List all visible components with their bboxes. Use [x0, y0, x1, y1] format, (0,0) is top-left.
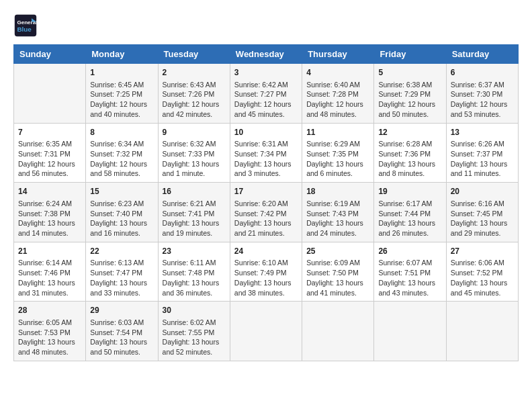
day-number: 12: [378, 127, 441, 138]
day-number: 9: [163, 127, 226, 138]
column-header-monday: Monday: [86, 45, 158, 64]
calendar-cell: 28Sunrise: 6:05 AM Sunset: 7:53 PM Dayli…: [14, 302, 86, 361]
calendar-cell: 16Sunrise: 6:21 AM Sunset: 7:41 PM Dayli…: [158, 183, 230, 242]
day-info: Sunrise: 6:06 AM Sunset: 7:52 PM Dayligh…: [451, 258, 514, 298]
day-number: 18: [306, 186, 369, 197]
calendar-cell: [374, 302, 446, 361]
calendar-cell: 15Sunrise: 6:23 AM Sunset: 7:40 PM Dayli…: [86, 183, 158, 242]
day-info: Sunrise: 6:05 AM Sunset: 7:53 PM Dayligh…: [18, 318, 81, 357]
day-info: Sunrise: 6:34 AM Sunset: 7:32 PM Dayligh…: [90, 139, 153, 179]
day-number: 30: [163, 305, 226, 316]
day-info: Sunrise: 6:11 AM Sunset: 7:48 PM Dayligh…: [163, 258, 226, 298]
calendar-cell: 19Sunrise: 6:17 AM Sunset: 7:44 PM Dayli…: [374, 183, 446, 242]
calendar-cell: 29Sunrise: 6:03 AM Sunset: 7:54 PM Dayli…: [86, 302, 158, 361]
calendar-header: SundayMondayTuesdayWednesdayThursdayFrid…: [14, 45, 519, 64]
day-number: 7: [18, 127, 81, 138]
calendar-cell: 18Sunrise: 6:19 AM Sunset: 7:43 PM Dayli…: [302, 183, 374, 242]
week-row-2: 7Sunrise: 6:35 AM Sunset: 7:31 PM Daylig…: [14, 123, 519, 183]
day-info: Sunrise: 6:07 AM Sunset: 7:51 PM Dayligh…: [378, 258, 441, 298]
calendar-cell: 17Sunrise: 6:20 AM Sunset: 7:42 PM Dayli…: [230, 183, 302, 242]
day-info: Sunrise: 6:24 AM Sunset: 7:38 PM Dayligh…: [18, 199, 81, 238]
day-info: Sunrise: 6:21 AM Sunset: 7:41 PM Dayligh…: [163, 199, 226, 238]
week-row-5: 28Sunrise: 6:05 AM Sunset: 7:53 PM Dayli…: [14, 302, 519, 361]
day-number: 6: [451, 67, 514, 79]
calendar-cell: 22Sunrise: 6:13 AM Sunset: 7:47 PM Dayli…: [86, 242, 158, 302]
column-header-friday: Friday: [374, 45, 446, 64]
day-number: 11: [306, 127, 369, 138]
day-info: Sunrise: 6:37 AM Sunset: 7:30 PM Dayligh…: [451, 80, 514, 120]
day-number: 14: [18, 186, 81, 197]
calendar-cell: 14Sunrise: 6:24 AM Sunset: 7:38 PM Dayli…: [14, 183, 86, 242]
day-number: 5: [378, 67, 441, 79]
day-number: 19: [378, 186, 441, 197]
calendar-cell: 7Sunrise: 6:35 AM Sunset: 7:31 PM Daylig…: [14, 123, 86, 183]
calendar-cell: 5Sunrise: 6:38 AM Sunset: 7:29 PM Daylig…: [374, 64, 446, 124]
calendar-cell: 1Sunrise: 6:45 AM Sunset: 7:25 PM Daylig…: [86, 64, 158, 124]
week-row-4: 21Sunrise: 6:14 AM Sunset: 7:46 PM Dayli…: [14, 242, 519, 302]
day-info: Sunrise: 6:09 AM Sunset: 7:50 PM Dayligh…: [306, 258, 369, 298]
day-info: Sunrise: 6:45 AM Sunset: 7:25 PM Dayligh…: [90, 80, 153, 120]
calendar-cell: 8Sunrise: 6:34 AM Sunset: 7:32 PM Daylig…: [86, 123, 158, 183]
calendar-cell: 30Sunrise: 6:02 AM Sunset: 7:55 PM Dayli…: [158, 302, 230, 361]
day-number: 4: [306, 67, 369, 79]
calendar-cell: 21Sunrise: 6:14 AM Sunset: 7:46 PM Dayli…: [14, 242, 86, 302]
day-info: Sunrise: 6:35 AM Sunset: 7:31 PM Dayligh…: [18, 139, 81, 179]
calendar-cell: 6Sunrise: 6:37 AM Sunset: 7:30 PM Daylig…: [446, 64, 518, 124]
day-number: 26: [378, 246, 441, 257]
page-header: General Blue: [13, 13, 519, 38]
day-number: 24: [234, 246, 298, 257]
calendar-cell: 25Sunrise: 6:09 AM Sunset: 7:50 PM Dayli…: [302, 242, 374, 302]
day-info: Sunrise: 6:03 AM Sunset: 7:54 PM Dayligh…: [90, 318, 153, 357]
column-header-wednesday: Wednesday: [230, 45, 302, 64]
day-number: 13: [451, 127, 514, 138]
day-number: 22: [90, 246, 153, 257]
day-number: 3: [234, 67, 298, 79]
day-info: Sunrise: 6:13 AM Sunset: 7:47 PM Dayligh…: [90, 258, 153, 298]
calendar-cell: [230, 302, 302, 361]
day-number: 27: [451, 246, 514, 257]
calendar-cell: [446, 302, 518, 361]
day-number: 28: [18, 305, 81, 316]
header-row: SundayMondayTuesdayWednesdayThursdayFrid…: [14, 45, 519, 64]
day-info: Sunrise: 6:38 AM Sunset: 7:29 PM Dayligh…: [378, 80, 441, 120]
column-header-tuesday: Tuesday: [158, 45, 230, 64]
column-header-thursday: Thursday: [302, 45, 374, 64]
day-info: Sunrise: 6:31 AM Sunset: 7:34 PM Dayligh…: [234, 139, 298, 179]
calendar-cell: [14, 64, 86, 124]
calendar-cell: 13Sunrise: 6:26 AM Sunset: 7:37 PM Dayli…: [446, 123, 518, 183]
calendar-table: SundayMondayTuesdayWednesdayThursdayFrid…: [13, 44, 519, 361]
calendar-cell: 2Sunrise: 6:43 AM Sunset: 7:26 PM Daylig…: [158, 64, 230, 124]
day-info: Sunrise: 6:02 AM Sunset: 7:55 PM Dayligh…: [163, 318, 226, 357]
calendar-cell: 23Sunrise: 6:11 AM Sunset: 7:48 PM Dayli…: [158, 242, 230, 302]
day-info: Sunrise: 6:10 AM Sunset: 7:49 PM Dayligh…: [234, 258, 298, 298]
calendar-cell: 27Sunrise: 6:06 AM Sunset: 7:52 PM Dayli…: [446, 242, 518, 302]
day-info: Sunrise: 6:14 AM Sunset: 7:46 PM Dayligh…: [18, 258, 81, 298]
calendar-cell: 3Sunrise: 6:42 AM Sunset: 7:27 PM Daylig…: [230, 64, 302, 124]
day-info: Sunrise: 6:43 AM Sunset: 7:26 PM Dayligh…: [163, 80, 226, 120]
day-number: 15: [90, 186, 153, 197]
calendar-cell: [302, 302, 374, 361]
day-number: 20: [451, 186, 514, 197]
column-header-sunday: Sunday: [14, 45, 86, 64]
day-number: 2: [163, 67, 226, 79]
calendar-cell: 11Sunrise: 6:29 AM Sunset: 7:35 PM Dayli…: [302, 123, 374, 183]
calendar-cell: 20Sunrise: 6:16 AM Sunset: 7:45 PM Dayli…: [446, 183, 518, 242]
day-number: 16: [163, 186, 226, 197]
calendar-cell: 26Sunrise: 6:07 AM Sunset: 7:51 PM Dayli…: [374, 242, 446, 302]
day-number: 1: [90, 67, 153, 79]
day-info: Sunrise: 6:19 AM Sunset: 7:43 PM Dayligh…: [306, 199, 369, 238]
week-row-1: 1Sunrise: 6:45 AM Sunset: 7:25 PM Daylig…: [14, 64, 519, 124]
calendar-cell: 10Sunrise: 6:31 AM Sunset: 7:34 PM Dayli…: [230, 123, 302, 183]
week-row-3: 14Sunrise: 6:24 AM Sunset: 7:38 PM Dayli…: [14, 183, 519, 242]
calendar-cell: 9Sunrise: 6:32 AM Sunset: 7:33 PM Daylig…: [158, 123, 230, 183]
day-info: Sunrise: 6:23 AM Sunset: 7:40 PM Dayligh…: [90, 199, 153, 238]
calendar-cell: 4Sunrise: 6:40 AM Sunset: 7:28 PM Daylig…: [302, 64, 374, 124]
day-number: 23: [163, 246, 226, 257]
day-info: Sunrise: 6:42 AM Sunset: 7:27 PM Dayligh…: [234, 80, 298, 120]
calendar-body: 1Sunrise: 6:45 AM Sunset: 7:25 PM Daylig…: [14, 64, 519, 361]
day-info: Sunrise: 6:26 AM Sunset: 7:37 PM Dayligh…: [451, 139, 514, 179]
day-info: Sunrise: 6:16 AM Sunset: 7:45 PM Dayligh…: [451, 199, 514, 238]
calendar-cell: 24Sunrise: 6:10 AM Sunset: 7:49 PM Dayli…: [230, 242, 302, 302]
day-info: Sunrise: 6:40 AM Sunset: 7:28 PM Dayligh…: [306, 80, 369, 120]
day-number: 25: [306, 246, 369, 257]
